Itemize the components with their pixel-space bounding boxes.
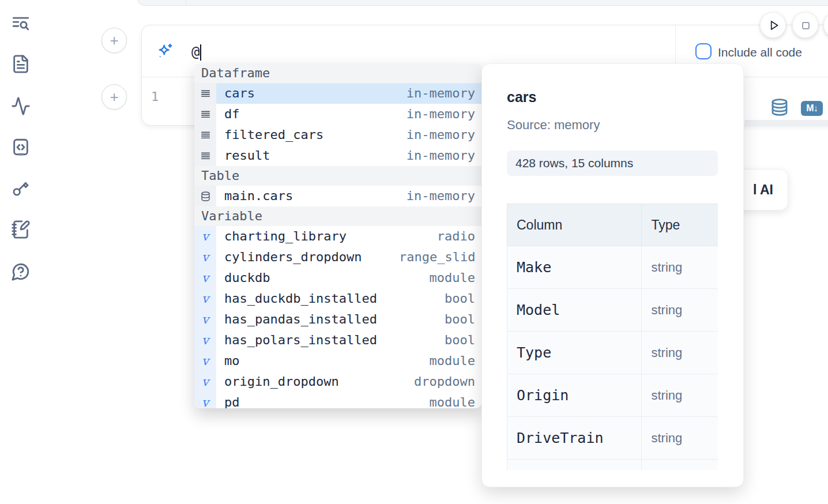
sparkles-icon	[156, 43, 174, 61]
table-database-icon	[194, 186, 216, 206]
dataframe-icon	[194, 83, 216, 104]
table-row: Make string	[507, 246, 718, 289]
list-search-icon[interactable]	[10, 13, 31, 34]
variable-icon: v	[194, 268, 216, 288]
schema-header-column: Column	[507, 204, 642, 246]
schema-header-type: Type	[642, 204, 718, 246]
include-all-code-checkbox[interactable]	[695, 43, 712, 59]
table-row: Origin string	[507, 374, 718, 417]
schema-table: Column Type Make string Model string Typ…	[507, 204, 718, 470]
add-cell-above-button[interactable]: +	[101, 28, 127, 53]
autocomplete-item-df[interactable]: dfin-memory	[194, 104, 481, 125]
autocomplete-item-duckdb[interactable]: v duckdbmodule	[194, 268, 481, 288]
preview-title: cars	[507, 88, 718, 106]
dataframe-preview-panel: cars Source: memory 428 rows, 15 columns…	[481, 63, 744, 487]
key-icon[interactable]	[10, 178, 31, 198]
section-header-variable: Variable	[194, 206, 481, 226]
autocomplete-dropdown: Dataframe carsin-memory dfin-memory filt…	[194, 63, 481, 408]
autocomplete-item-charting-library[interactable]: v charting_libraryradio	[194, 226, 481, 247]
schema-table-wrap: Column Type Make string Model string Typ…	[507, 204, 718, 470]
preview-source: Source: memory	[507, 117, 718, 133]
autocomplete-item-cylinders-dropdown[interactable]: v cylinders_dropdownrange_slider	[194, 247, 481, 268]
table-row-clipped	[507, 460, 718, 471]
file-text-icon[interactable]	[10, 54, 31, 74]
autocomplete-item-pd[interactable]: v pdmodule	[194, 392, 481, 408]
autocomplete-item-has-duckdb-installed[interactable]: v has_duckdb_installedbool	[194, 288, 481, 309]
autocomplete-item-clipped: v pdmodule	[194, 392, 481, 408]
stop-button[interactable]	[792, 12, 818, 38]
snippets-icon[interactable]	[10, 137, 31, 157]
autocomplete-item-has-polars-installed[interactable]: v has_polars_installedbool	[194, 330, 481, 351]
section-header-table: Table	[194, 166, 481, 186]
dataframe-icon	[194, 104, 216, 125]
table-row: DriveTrain string	[507, 417, 718, 460]
variable-icon: v	[194, 309, 216, 330]
variable-icon: v	[194, 351, 216, 371]
autocomplete-item-cars[interactable]: carsin-memory	[194, 83, 481, 104]
text-cursor	[200, 44, 201, 61]
dataframe-icon	[194, 145, 216, 166]
cell-footer-strip	[744, 120, 828, 126]
autocomplete-item-main-cars[interactable]: main.carsin-memory	[194, 186, 481, 206]
schema-header-row: Column Type	[507, 204, 718, 246]
sidebar	[0, 0, 42, 504]
previous-cell-divider	[186, 0, 186, 5]
shape-badge: 428 rows, 15 columns	[507, 151, 718, 176]
variable-icon: v	[194, 371, 216, 392]
variable-icon: v	[194, 288, 216, 309]
variable-icon: v	[194, 247, 216, 268]
line-number: 1	[151, 89, 159, 104]
autocomplete-item-filtered-cars[interactable]: filtered_carsin-memory	[194, 125, 481, 145]
scratchpad-icon[interactable]	[10, 219, 31, 240]
ai-prompt-value: @	[191, 44, 200, 60]
dataframe-icon	[194, 125, 216, 145]
table-row: Type string	[507, 332, 718, 374]
variable-icon: v	[194, 226, 216, 247]
include-all-code-label: Include all code	[718, 45, 802, 60]
previous-cell-bottom-edge	[137, 0, 828, 6]
markdown-export-icon[interactable]: M↓	[801, 101, 823, 116]
help-icon[interactable]	[10, 261, 31, 282]
variable-icon: v	[194, 392, 216, 408]
add-cell-below-button[interactable]: +	[101, 84, 127, 110]
autocomplete-item-result[interactable]: resultin-memory	[194, 145, 481, 166]
variable-icon: v	[194, 330, 216, 351]
autocomplete-item-mo[interactable]: v momodule	[194, 351, 481, 371]
activity-icon[interactable]	[10, 96, 31, 116]
autocomplete-item-origin-dropdown[interactable]: v origin_dropdowndropdown	[194, 371, 481, 392]
autocomplete-item-has-pandas-installed[interactable]: v has_pandas_installedbool	[194, 309, 481, 330]
run-cell-button[interactable]	[760, 12, 786, 38]
database-icon[interactable]	[770, 98, 789, 116]
section-header-dataframe: Dataframe	[194, 63, 481, 83]
table-row: Model string	[507, 289, 718, 332]
